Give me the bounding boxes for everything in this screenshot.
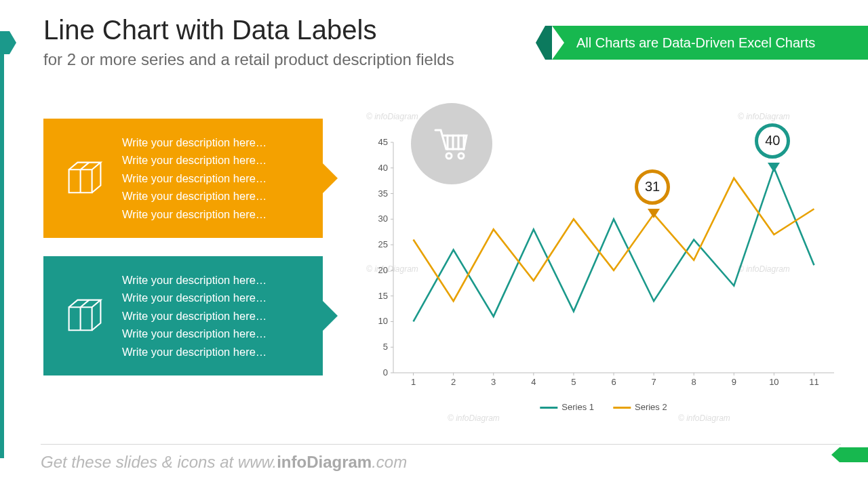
description-card-1-text: Write your description here… Write your … [111, 134, 308, 223]
svg-text:5: 5 [571, 377, 576, 387]
data-label-pin-series2: 31 [635, 169, 673, 216]
footer-post: .com [372, 453, 407, 471]
svg-text:7: 7 [651, 377, 656, 387]
desc-line: Write your description here… [122, 271, 308, 289]
ribbon-badge: All Charts are Data-Driven Excel Charts [552, 26, 868, 60]
desc-line: Write your description here… [122, 151, 308, 169]
watermark: © infoDiagram [678, 413, 730, 423]
card-arrow-icon [323, 163, 338, 193]
svg-text:11: 11 [809, 377, 818, 387]
footer-pre: Get these slides & icons at www. [41, 453, 277, 471]
svg-text:45: 45 [378, 137, 388, 147]
data-label-pin-series1: 40 [755, 123, 793, 169]
box-icon [58, 155, 111, 201]
legend-label: Series 2 [635, 402, 667, 412]
left-accent-chevron [0, 31, 9, 54]
svg-text:30: 30 [378, 214, 388, 224]
desc-line: Write your description here… [122, 134, 308, 151]
desc-line: Write your description here… [122, 205, 308, 223]
description-card-2-text: Write your description here… Write your … [111, 271, 308, 361]
desc-line: Write your description here… [122, 307, 308, 325]
svg-text:3: 3 [491, 377, 496, 387]
footer-divider [41, 444, 841, 445]
svg-text:1: 1 [411, 377, 416, 387]
svg-text:6: 6 [611, 377, 616, 387]
card-arrow-icon [323, 301, 338, 331]
desc-line: Write your description here… [122, 289, 308, 306]
svg-text:8: 8 [692, 377, 696, 387]
watermark: © infoDiagram [738, 112, 790, 121]
slide-subtitle: for 2 or more series and a retail produc… [43, 50, 454, 69]
footer-text: Get these slides & icons at www.infoDiag… [41, 453, 407, 472]
left-accent-bar [0, 31, 4, 458]
desc-line: Write your description here… [122, 343, 308, 361]
watermark: © infoDiagram [366, 112, 418, 121]
svg-text:9: 9 [732, 377, 736, 387]
svg-point-1 [458, 153, 464, 159]
svg-text:2: 2 [451, 377, 456, 387]
legend-label: Series 1 [561, 402, 594, 412]
chart-legend: Series 1 Series 2 [540, 402, 667, 412]
svg-text:5: 5 [383, 342, 388, 352]
svg-text:35: 35 [378, 188, 388, 199]
box-icon [58, 293, 111, 339]
footer-accent-chevron [840, 447, 868, 462]
desc-line: Write your description here… [122, 169, 308, 187]
watermark: © infoDiagram [448, 413, 500, 423]
description-card-1: Write your description here… Write your … [43, 119, 323, 238]
svg-text:0: 0 [383, 367, 388, 378]
svg-text:10: 10 [769, 377, 778, 387]
svg-text:4: 4 [531, 377, 536, 387]
desc-line: Write your description here… [122, 187, 308, 205]
legend-series-2: Series 2 [613, 402, 667, 412]
svg-point-0 [446, 153, 452, 159]
legend-series-1: Series 1 [540, 402, 594, 412]
svg-text:40: 40 [378, 163, 388, 173]
pin-value: 40 [765, 133, 780, 148]
svg-text:10: 10 [378, 316, 388, 326]
svg-text:15: 15 [378, 291, 388, 301]
pin-value: 31 [645, 179, 660, 195]
svg-text:25: 25 [378, 239, 388, 249]
svg-text:20: 20 [378, 265, 388, 275]
description-card-2: Write your description here… Write your … [43, 256, 323, 375]
shopping-cart-icon [411, 103, 492, 184]
footer-bold: infoDiagram [277, 453, 372, 471]
desc-line: Write your description here… [122, 325, 308, 342]
slide-title: Line Chart with Data Labels [43, 15, 376, 45]
ribbon-text: All Charts are Data-Driven Excel Charts [576, 35, 815, 51]
